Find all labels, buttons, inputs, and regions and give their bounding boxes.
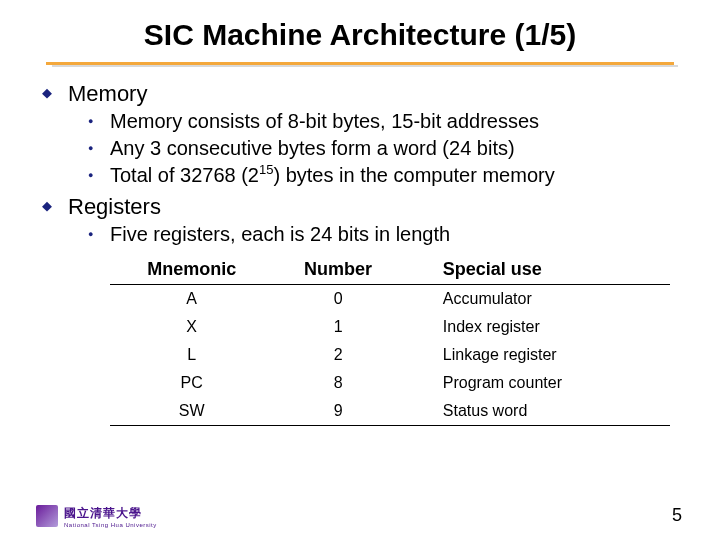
- th-special: Special use: [403, 255, 670, 285]
- page-number: 5: [672, 505, 682, 526]
- cell-number: 9: [273, 397, 402, 426]
- section-memory-heading: Memory: [40, 81, 680, 107]
- cell-mnemonic: L: [110, 341, 273, 369]
- cell-special: Accumulator: [403, 285, 670, 314]
- table-row: PC 8 Program counter: [110, 369, 670, 397]
- university-name-en: National Tsing Hua University: [64, 522, 157, 528]
- cell-number: 0: [273, 285, 402, 314]
- university-name-block: 國立清華大學 National Tsing Hua University: [64, 503, 157, 528]
- cell-number: 1: [273, 313, 402, 341]
- section-registers-heading: Registers: [40, 194, 680, 220]
- slide-title: SIC Machine Architecture (1/5): [40, 18, 680, 52]
- cell-mnemonic: PC: [110, 369, 273, 397]
- cell-number: 2: [273, 341, 402, 369]
- table-row: SW 9 Status word: [110, 397, 670, 426]
- memory-bullet-3: Total of 32768 (215) bytes in the comput…: [40, 163, 680, 188]
- cell-special: Program counter: [403, 369, 670, 397]
- th-number: Number: [273, 255, 402, 285]
- table-row: L 2 Linkage register: [110, 341, 670, 369]
- title-underline: [46, 62, 674, 67]
- registers-heading-text: Registers: [68, 194, 161, 219]
- memory-heading-text: Memory: [68, 81, 147, 106]
- table-header-row: Mnemonic Number Special use: [110, 255, 670, 285]
- table-row: A 0 Accumulator: [110, 285, 670, 314]
- slide-container: SIC Machine Architecture (1/5) Memory Me…: [0, 0, 720, 540]
- th-mnemonic: Mnemonic: [110, 255, 273, 285]
- university-logo-icon: [36, 505, 58, 527]
- registers-bullet-1: Five registers, each is 24 bits in lengt…: [40, 222, 680, 247]
- memory-bullet-2: Any 3 consecutive bytes form a word (24 …: [40, 136, 680, 161]
- university-name-cn: 國立清華大學: [64, 506, 142, 520]
- cell-mnemonic: X: [110, 313, 273, 341]
- cell-mnemonic: SW: [110, 397, 273, 426]
- cell-special: Linkage register: [403, 341, 670, 369]
- cell-number: 8: [273, 369, 402, 397]
- table-row: X 1 Index register: [110, 313, 670, 341]
- registers-table: Mnemonic Number Special use A 0 Accumula…: [110, 255, 670, 426]
- memory-bullet-1: Memory consists of 8-bit bytes, 15-bit a…: [40, 109, 680, 134]
- cell-special: Index register: [403, 313, 670, 341]
- registers-table-container: Mnemonic Number Special use A 0 Accumula…: [110, 255, 670, 426]
- cell-special: Status word: [403, 397, 670, 426]
- cell-mnemonic: A: [110, 285, 273, 314]
- footer: 國立清華大學 National Tsing Hua University: [36, 503, 157, 528]
